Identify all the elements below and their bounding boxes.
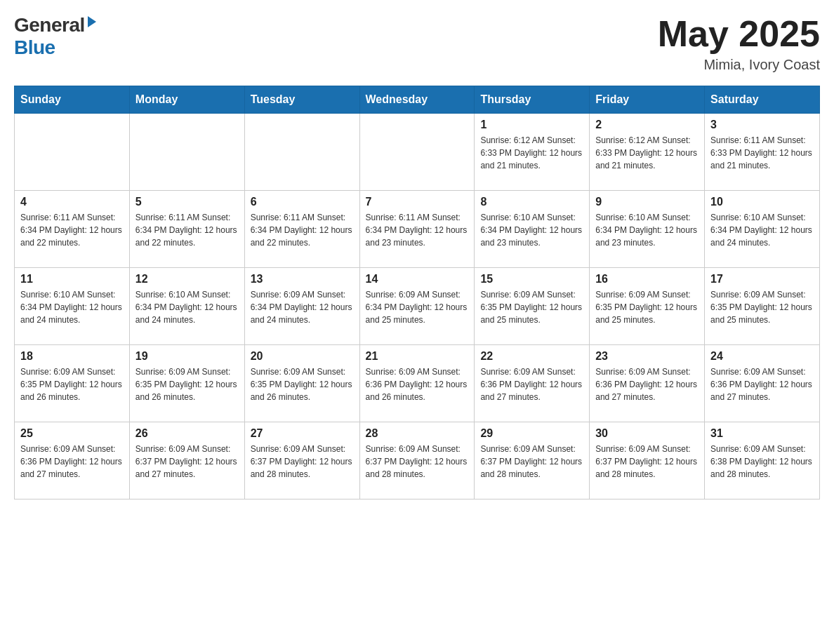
calendar-cell: 20Sunrise: 6:09 AM Sunset: 6:35 PM Dayli…: [244, 345, 359, 422]
day-info: Sunrise: 6:09 AM Sunset: 6:36 PM Dayligh…: [595, 365, 699, 403]
day-number: 7: [366, 196, 469, 208]
calendar-cell: 24Sunrise: 6:09 AM Sunset: 6:36 PM Dayli…: [705, 345, 820, 422]
day-info: Sunrise: 6:09 AM Sunset: 6:38 PM Dayligh…: [710, 443, 814, 481]
calendar-cell: 21Sunrise: 6:09 AM Sunset: 6:36 PM Dayli…: [359, 345, 475, 422]
day-number: 29: [480, 427, 583, 440]
day-number: 13: [251, 273, 354, 286]
calendar-table: SundayMondayTuesdayWednesdayThursdayFrid…: [14, 86, 820, 499]
day-number: 3: [710, 119, 814, 131]
logo-general-text: General: [14, 14, 85, 36]
calendar-week-row: 11Sunrise: 6:10 AM Sunset: 6:34 PM Dayli…: [15, 268, 820, 345]
day-info: Sunrise: 6:10 AM Sunset: 6:34 PM Dayligh…: [20, 288, 124, 326]
calendar-body: 1Sunrise: 6:12 AM Sunset: 6:33 PM Daylig…: [15, 114, 820, 499]
day-info: Sunrise: 6:09 AM Sunset: 6:37 PM Dayligh…: [135, 443, 239, 481]
logo: General Blue: [14, 14, 96, 59]
title-area: May 2025 Mimia, Ivory Coast: [658, 14, 820, 73]
calendar-cell: 30Sunrise: 6:09 AM Sunset: 6:37 PM Dayli…: [590, 422, 705, 499]
day-info: Sunrise: 6:09 AM Sunset: 6:35 PM Dayligh…: [595, 288, 699, 326]
day-number: 17: [710, 273, 814, 286]
calendar-header: SundayMondayTuesdayWednesdayThursdayFrid…: [15, 86, 820, 114]
day-number: 23: [595, 350, 699, 363]
calendar-cell: 29Sunrise: 6:09 AM Sunset: 6:37 PM Dayli…: [475, 422, 590, 499]
calendar-cell: 9Sunrise: 6:10 AM Sunset: 6:34 PM Daylig…: [590, 191, 705, 268]
calendar-cell: 26Sunrise: 6:09 AM Sunset: 6:37 PM Dayli…: [129, 422, 244, 499]
day-info: Sunrise: 6:11 AM Sunset: 6:34 PM Dayligh…: [251, 211, 354, 249]
calendar-cell: [244, 114, 359, 191]
day-info: Sunrise: 6:12 AM Sunset: 6:33 PM Dayligh…: [595, 134, 699, 172]
calendar-cell: 2Sunrise: 6:12 AM Sunset: 6:33 PM Daylig…: [590, 114, 705, 191]
calendar-day-header: Sunday: [15, 86, 130, 114]
calendar-cell: [359, 114, 475, 191]
calendar-week-row: 1Sunrise: 6:12 AM Sunset: 6:33 PM Daylig…: [15, 114, 820, 191]
day-info: Sunrise: 6:11 AM Sunset: 6:34 PM Dayligh…: [135, 211, 239, 249]
calendar-cell: 27Sunrise: 6:09 AM Sunset: 6:37 PM Dayli…: [244, 422, 359, 499]
calendar-cell: 6Sunrise: 6:11 AM Sunset: 6:34 PM Daylig…: [244, 191, 359, 268]
calendar-week-row: 18Sunrise: 6:09 AM Sunset: 6:35 PM Dayli…: [15, 345, 820, 422]
calendar-cell: 18Sunrise: 6:09 AM Sunset: 6:35 PM Dayli…: [15, 345, 130, 422]
day-number: 2: [595, 119, 699, 131]
calendar-cell: 14Sunrise: 6:09 AM Sunset: 6:34 PM Dayli…: [359, 268, 475, 345]
day-info: Sunrise: 6:09 AM Sunset: 6:35 PM Dayligh…: [20, 365, 124, 403]
day-number: 21: [366, 350, 469, 363]
calendar-cell: 31Sunrise: 6:09 AM Sunset: 6:38 PM Dayli…: [705, 422, 820, 499]
day-info: Sunrise: 6:09 AM Sunset: 6:36 PM Dayligh…: [366, 365, 469, 403]
calendar-cell: 16Sunrise: 6:09 AM Sunset: 6:35 PM Dayli…: [590, 268, 705, 345]
day-number: 15: [480, 273, 583, 286]
calendar-cell: 15Sunrise: 6:09 AM Sunset: 6:35 PM Dayli…: [475, 268, 590, 345]
calendar-cell: 3Sunrise: 6:11 AM Sunset: 6:33 PM Daylig…: [705, 114, 820, 191]
calendar-cell: 25Sunrise: 6:09 AM Sunset: 6:36 PM Dayli…: [15, 422, 130, 499]
day-number: 9: [595, 196, 699, 208]
calendar-cell: 12Sunrise: 6:10 AM Sunset: 6:34 PM Dayli…: [129, 268, 244, 345]
title-month: May 2025: [658, 14, 820, 54]
day-number: 25: [20, 427, 124, 440]
day-info: Sunrise: 6:09 AM Sunset: 6:36 PM Dayligh…: [20, 443, 124, 481]
title-location: Mimia, Ivory Coast: [658, 57, 820, 73]
calendar-cell: 23Sunrise: 6:09 AM Sunset: 6:36 PM Dayli…: [590, 345, 705, 422]
calendar-cell: [15, 114, 130, 191]
day-number: 27: [251, 427, 354, 440]
day-info: Sunrise: 6:09 AM Sunset: 6:35 PM Dayligh…: [251, 365, 354, 403]
calendar-cell: 5Sunrise: 6:11 AM Sunset: 6:34 PM Daylig…: [129, 191, 244, 268]
day-number: 6: [251, 196, 354, 208]
calendar-cell: 28Sunrise: 6:09 AM Sunset: 6:37 PM Dayli…: [359, 422, 475, 499]
calendar-day-header: Saturday: [705, 86, 820, 114]
day-info: Sunrise: 6:09 AM Sunset: 6:36 PM Dayligh…: [480, 365, 583, 403]
calendar-cell: 7Sunrise: 6:11 AM Sunset: 6:34 PM Daylig…: [359, 191, 475, 268]
day-number: 1: [480, 119, 583, 131]
calendar-cell: 13Sunrise: 6:09 AM Sunset: 6:34 PM Dayli…: [244, 268, 359, 345]
calendar-cell: [129, 114, 244, 191]
day-number: 19: [135, 350, 239, 363]
day-number: 11: [20, 273, 124, 286]
day-number: 18: [20, 350, 124, 363]
calendar-day-header: Wednesday: [359, 86, 475, 114]
day-number: 30: [595, 427, 699, 440]
calendar-cell: 19Sunrise: 6:09 AM Sunset: 6:35 PM Dayli…: [129, 345, 244, 422]
calendar-week-row: 25Sunrise: 6:09 AM Sunset: 6:36 PM Dayli…: [15, 422, 820, 499]
day-number: 14: [366, 273, 469, 286]
day-number: 8: [480, 196, 583, 208]
calendar-cell: 4Sunrise: 6:11 AM Sunset: 6:34 PM Daylig…: [15, 191, 130, 268]
day-info: Sunrise: 6:09 AM Sunset: 6:37 PM Dayligh…: [480, 443, 583, 481]
calendar-day-header: Monday: [129, 86, 244, 114]
calendar-day-header: Tuesday: [244, 86, 359, 114]
calendar-cell: 11Sunrise: 6:10 AM Sunset: 6:34 PM Dayli…: [15, 268, 130, 345]
day-info: Sunrise: 6:09 AM Sunset: 6:37 PM Dayligh…: [251, 443, 354, 481]
day-number: 4: [20, 196, 124, 208]
day-info: Sunrise: 6:09 AM Sunset: 6:35 PM Dayligh…: [710, 288, 814, 326]
day-info: Sunrise: 6:10 AM Sunset: 6:34 PM Dayligh…: [480, 211, 583, 249]
day-number: 28: [366, 427, 469, 440]
day-info: Sunrise: 6:09 AM Sunset: 6:36 PM Dayligh…: [710, 365, 814, 403]
day-info: Sunrise: 6:11 AM Sunset: 6:34 PM Dayligh…: [20, 211, 124, 249]
day-number: 22: [480, 350, 583, 363]
day-info: Sunrise: 6:10 AM Sunset: 6:34 PM Dayligh…: [595, 211, 699, 249]
day-info: Sunrise: 6:09 AM Sunset: 6:34 PM Dayligh…: [251, 288, 354, 326]
day-info: Sunrise: 6:09 AM Sunset: 6:35 PM Dayligh…: [480, 288, 583, 326]
day-info: Sunrise: 6:11 AM Sunset: 6:33 PM Dayligh…: [710, 134, 814, 172]
day-info: Sunrise: 6:11 AM Sunset: 6:34 PM Dayligh…: [366, 211, 469, 249]
calendar-cell: 22Sunrise: 6:09 AM Sunset: 6:36 PM Dayli…: [475, 345, 590, 422]
day-number: 24: [710, 350, 814, 363]
day-number: 20: [251, 350, 354, 363]
day-number: 12: [135, 273, 239, 286]
calendar-week-row: 4Sunrise: 6:11 AM Sunset: 6:34 PM Daylig…: [15, 191, 820, 268]
day-info: Sunrise: 6:09 AM Sunset: 6:35 PM Dayligh…: [135, 365, 239, 403]
